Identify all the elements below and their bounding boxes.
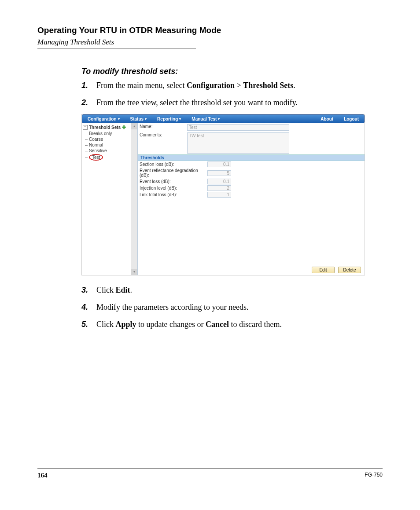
threshold-label: Injection level (dB): [140,186,206,191]
procedure-heading: To modify threshold sets: [81,67,383,76]
menu-configuration[interactable]: Configuration▾ [82,117,125,121]
delete-button[interactable]: Delete [338,267,361,273]
tree-item[interactable]: Normal [82,142,137,148]
dropdown-icon: ▾ [145,117,147,121]
name-field[interactable] [187,124,289,131]
step-text: From the tree view, select the threshold… [96,97,298,109]
tree-view: − Threshold Sets ✚ Breaks only Coarse No… [82,123,138,275]
tree-item-selected[interactable]: Test [82,154,137,161]
add-icon[interactable]: ✚ [122,125,126,130]
section-title: Managing Threshold Sets [37,38,383,47]
threshold-field-link-total-loss[interactable] [207,192,231,198]
step-number: 1. [81,80,96,92]
details-panel: Name: Comments: TW test Thresholds Secti… [138,123,365,275]
step-number: 5. [81,319,96,330]
threshold-row: Event reflectance degradation (dB): [138,168,365,178]
menu-manual-test[interactable]: Manual Test▾ [186,117,225,121]
step-number: 3. [81,284,96,296]
menu-reporting[interactable]: Reporting▾ [152,117,186,121]
tree-item[interactable]: Sensitive [82,148,137,154]
threshold-row: Section loss (dB): [138,161,365,168]
header-rule [37,48,196,49]
threshold-label: Link total loss (dB): [140,192,206,197]
menu-about[interactable]: About [315,117,339,121]
page-footer: 164 FG-750 [37,468,383,479]
threshold-field-reflectance-degradation[interactable] [207,170,231,176]
comments-label: Comments: [140,132,185,137]
tree-item[interactable]: Coarse [82,136,137,142]
step-5: 5. Click Apply to update changes or Canc… [81,319,383,330]
dropdown-icon: ▾ [118,117,120,121]
name-label: Name: [140,124,185,129]
threshold-label: Event reflectance degradation (dB): [140,168,206,178]
scroll-up-icon[interactable]: ▴ [131,123,137,129]
step-2: 2. From the tree view, select the thresh… [81,97,383,109]
threshold-row: Event loss (dB): [138,178,365,185]
app-screenshot: Configuration▾ Status▾ Reporting▾ Manual… [81,114,365,275]
menu-status[interactable]: Status▾ [125,117,152,121]
footer-rule [37,468,383,469]
step-text: Click Apply to update changes or Cancel … [96,319,282,330]
tree-root-label: Threshold Sets [89,125,121,130]
dropdown-icon: ▾ [218,117,220,121]
threshold-field-event-loss[interactable] [207,179,231,184]
step-3: 3. Click Edit. [81,284,383,296]
model-number: FG-750 [365,472,383,479]
threshold-label: Event loss (dB): [140,179,206,184]
page-number: 164 [37,472,48,479]
threshold-row: Injection level (dB): [138,185,365,191]
thresholds-header: Thresholds [138,154,365,161]
threshold-field-injection-level[interactable] [207,185,231,191]
edit-button[interactable]: Edit [312,267,335,273]
threshold-row: Link total loss (dB): [138,191,365,198]
step-1: 1. From the main menu, select Configurat… [81,80,383,92]
tree-item[interactable]: Breaks only [82,131,137,136]
threshold-label: Section loss (dB): [140,162,206,167]
tree-scrollbar[interactable]: ▴ ▾ [131,123,137,275]
step-text: From the main menu, select Configuration… [96,80,295,92]
comments-field[interactable]: TW test [187,132,289,154]
step-number: 2. [81,97,96,109]
menubar: Configuration▾ Status▾ Reporting▾ Manual… [82,114,365,123]
dropdown-icon: ▾ [179,117,181,121]
step-4: 4. Modify the parameters according to yo… [81,301,383,313]
chapter-title: Operating Your RTU in OTDR Measuring Mod… [37,26,383,35]
procedure-steps: 1. From the main menu, select Configurat… [81,80,383,109]
step-text: Click Edit. [96,284,132,296]
tree-root[interactable]: − Threshold Sets ✚ [82,124,137,131]
step-number: 4. [81,301,96,313]
threshold-field-section-loss[interactable] [207,161,231,167]
menu-logout[interactable]: Logout [339,117,364,121]
procedure-steps-cont: 3. Click Edit. 4. Modify the parameters … [81,284,383,330]
collapse-icon[interactable]: − [83,125,88,130]
step-text: Modify the parameters according to your … [96,301,248,313]
scroll-down-icon[interactable]: ▾ [131,269,137,275]
